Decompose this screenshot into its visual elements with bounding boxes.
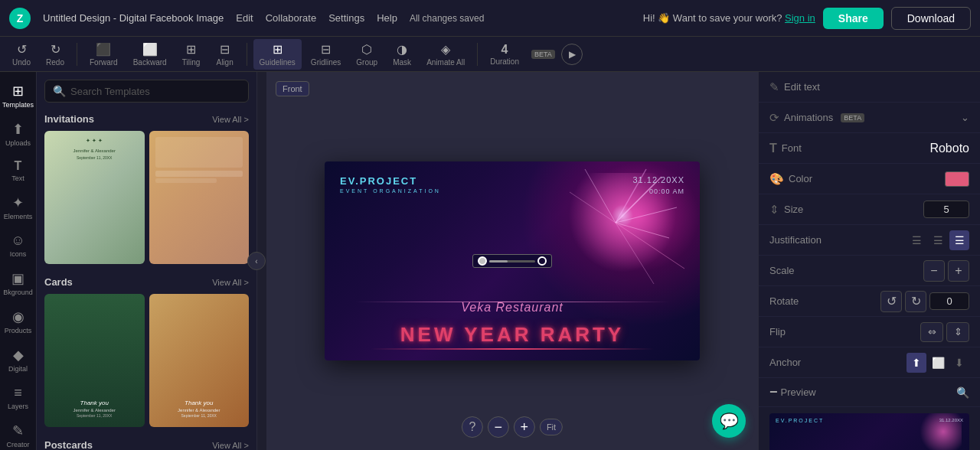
menu-help[interactable]: Help (377, 12, 397, 24)
templates-icon: ⊞ (12, 83, 24, 99)
hi-text: Hi! 👋 Want to save your work? Sign in (643, 12, 815, 24)
right-panel: ✎ Edit text ⟳ Animations BETA ⌄ T Font R… (758, 72, 980, 450)
cards-view-all[interactable]: View All > (212, 278, 249, 287)
invitation-thumb-1[interactable]: ✦ ✦ ✦ Jennifer & Alexander September 11,… (44, 131, 145, 264)
toolbar-backward[interactable]: ⬜ Backward (127, 39, 173, 70)
cards-grid: Thank you Jennifer & Alexander September… (37, 291, 256, 433)
invitation-thumb-2[interactable] (149, 131, 250, 264)
sidebar-item-creator[interactable]: ✎ Creator (2, 418, 35, 450)
rp-anchor-controls: ⬆ ⬜ ⬇ (906, 353, 969, 373)
menu-settings[interactable]: Settings (328, 12, 364, 24)
undo-icon: ↺ (17, 42, 27, 57)
justify-right-btn[interactable]: ☰ (949, 230, 969, 250)
sidebar-item-digital[interactable]: ◆ Digital (2, 342, 35, 377)
toolbar-align[interactable]: ⊟ Align (210, 39, 240, 70)
justify-center-btn[interactable]: ☰ (928, 230, 948, 250)
beta-badge: BETA (531, 50, 555, 59)
toolbar-guidelines[interactable]: ⊞ Guidelines (253, 39, 302, 70)
postcards-view-all[interactable]: View All > (212, 441, 249, 450)
sidebar-item-layers[interactable]: ≡ Layers (2, 380, 35, 415)
invitations-grid: ✦ ✦ ✦ Jennifer & Alexander September 11,… (37, 128, 256, 270)
toolbar-mask[interactable]: ◑ Mask (387, 39, 417, 70)
topbar-right: Hi! 👋 Want to save your work? Sign in Sh… (643, 7, 971, 30)
chevron-left-icon: ‹ (255, 257, 257, 266)
canvas-area: Front EV.PROJECT EV (266, 72, 758, 450)
toolbar-animate[interactable]: ◈ Animate All (420, 39, 471, 70)
toolbar: ↺ Undo ↻ Redo ⬛ Forward ⬜ Backward ⊞ Til… (0, 37, 980, 72)
app-logo: Z (9, 8, 31, 29)
preview-collapse-btn[interactable]: − (769, 384, 778, 400)
rp-flip-controls: ⇔ ⇕ (920, 322, 969, 342)
menu-edit[interactable]: Edit (236, 12, 253, 24)
play-button[interactable]: ▶ (561, 44, 583, 65)
sidebar-item-background[interactable]: ▣ Bkground (2, 266, 35, 301)
rp-size-input[interactable] (923, 201, 969, 218)
guidelines-label: Guidelines (260, 58, 296, 67)
toolbar-gridlines[interactable]: ⊟ Gridlines (305, 39, 347, 70)
mask-icon: ◑ (397, 42, 407, 57)
sidebar-item-uploads[interactable]: ⬆ Uploads (2, 116, 35, 152)
sign-in-link[interactable]: Sign in (785, 12, 815, 24)
toolbar-tiling[interactable]: ⊞ Tiling (176, 39, 207, 70)
sidebar-item-icons[interactable]: ☺ Icons (2, 228, 35, 262)
canvas-frame[interactable]: EV.PROJECT EVENT ORGANIZATION 31.12.20XX… (325, 161, 700, 360)
svg-line-1 (616, 207, 677, 223)
share-button[interactable]: Share (823, 8, 884, 29)
rp-font-value[interactable]: Roboto (929, 142, 969, 155)
rp-rotate-label: Rotate (769, 295, 799, 307)
timeline-handle-right (537, 256, 547, 266)
help-button[interactable]: ? (462, 416, 483, 438)
collapse-panel-button[interactable]: ‹ (247, 252, 266, 270)
rp-preview-thumb[interactable]: EV.PROJECT 31.12.20XX Veka Restaurant NE… (769, 413, 969, 450)
anchor-middle-btn[interactable]: ⬜ (928, 353, 948, 373)
svg-line-6 (616, 223, 684, 269)
download-button[interactable]: Download (891, 7, 971, 30)
toolbar-duration[interactable]: 4 Duration (484, 40, 525, 69)
anchor-bottom-btn[interactable]: ⬇ (949, 353, 969, 373)
rp-rotate-row: Rotate ↺ ↻ (759, 286, 980, 317)
chat-bubble[interactable]: 💬 (712, 404, 746, 438)
justify-left-btn[interactable]: ☰ (906, 230, 926, 250)
canvas-ev-project: EV.PROJECT (340, 175, 417, 187)
size-icon: ⇕ (769, 203, 779, 217)
rp-color-label: 🎨 Color (769, 172, 812, 186)
scale-plus-btn[interactable]: + (948, 260, 969, 282)
zoom-out-button[interactable]: − (488, 416, 509, 438)
templates-label: Templates (2, 101, 34, 109)
rotate-cw-btn[interactable]: ↻ (905, 291, 926, 312)
menu-collaborate[interactable]: Collaborate (266, 12, 317, 24)
scale-minus-btn[interactable]: − (923, 260, 945, 282)
rp-animations-expand[interactable]: ⌄ (961, 112, 969, 123)
flip-horizontal-btn[interactable]: ⇔ (920, 322, 943, 342)
fit-button[interactable]: Fit (540, 419, 563, 435)
rp-color-swatch[interactable] (945, 171, 969, 187)
preview-ev-project: EV.PROJECT (776, 418, 824, 423)
preview-search-btn[interactable]: 🔍 (956, 386, 969, 399)
canvas-restaurant: Veka Restaurant (325, 301, 700, 315)
toolbar-group[interactable]: ⬡ Group (350, 39, 384, 70)
sidebar-item-elements[interactable]: ✦ Elements (2, 190, 35, 225)
rp-rotate-input[interactable] (929, 292, 969, 310)
rotate-ccw-btn[interactable]: ↺ (880, 291, 902, 312)
sidebar-item-text[interactable]: T Text (2, 155, 35, 187)
card-thumb-1[interactable]: Thank you Jennifer & Alexander September… (44, 294, 145, 427)
search-input[interactable] (70, 86, 240, 97)
anchor-top-btn[interactable]: ⬆ (906, 353, 926, 373)
toolbar-redo[interactable]: ↻ Redo (40, 39, 70, 70)
search-icon: 🔍 (53, 85, 66, 97)
flip-vertical-btn[interactable]: ⇕ (946, 322, 969, 342)
canvas-background: EV.PROJECT EVENT ORGANIZATION 31.12.20XX… (325, 161, 700, 360)
elements-label: Elements (4, 213, 33, 220)
sidebar-item-templates[interactable]: ⊞ Templates (2, 78, 35, 113)
toolbar-forward[interactable]: ⬛ Forward (83, 39, 124, 70)
zoom-in-button[interactable]: + (514, 416, 535, 438)
svg-line-2 (616, 223, 669, 238)
timeline-controls (472, 254, 552, 268)
duration-label: Duration (490, 57, 519, 66)
rp-justification-options: ☰ ☰ ☰ (906, 230, 969, 250)
sidebar-item-products[interactable]: ◉ Products (2, 304, 35, 339)
duration-num: 4 (501, 43, 508, 57)
invitations-view-all[interactable]: View All > (212, 115, 249, 124)
toolbar-undo[interactable]: ↺ Undo (6, 39, 37, 70)
card-thumb-2[interactable]: Thank you Jennifer & Alexander September… (149, 294, 250, 427)
